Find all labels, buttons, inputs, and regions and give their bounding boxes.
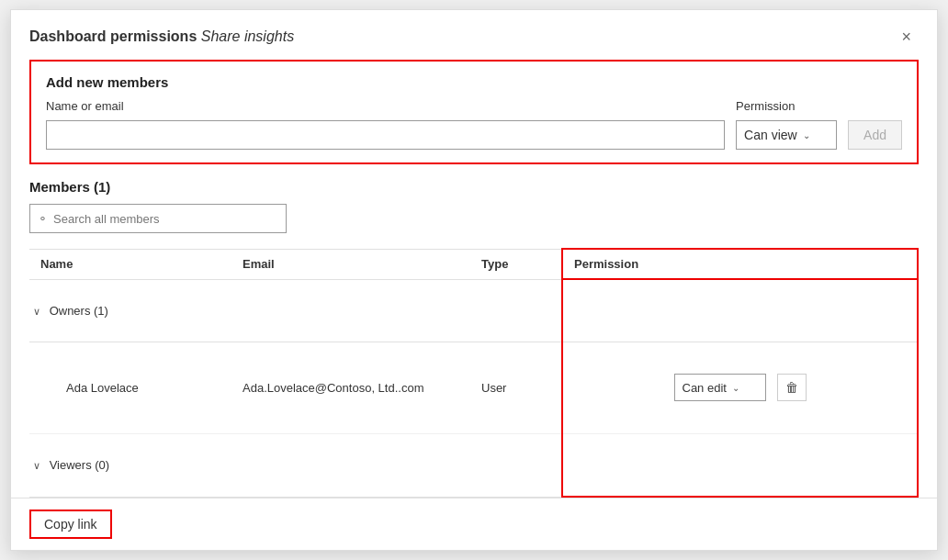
permission-field-group: Permission Can view ⌄ <box>736 99 837 150</box>
dialog-footer: Copy link <box>11 498 937 550</box>
delete-member-button[interactable]: 🗑 <box>777 374 807 401</box>
title-main: Dashboard permissions <box>29 28 197 44</box>
member-name: Ada Lovelace <box>29 342 231 433</box>
name-email-label: Name or email <box>46 99 725 113</box>
delete-icon: 🗑 <box>785 380 798 395</box>
dialog-body: Add new members Name or email Permission… <box>11 60 937 498</box>
name-email-input[interactable] <box>46 120 725 150</box>
viewers-permission-cell <box>562 434 918 497</box>
dialog-title: Dashboard permissions Share insights <box>29 28 294 45</box>
table-header-row: Name Email Type Permission <box>29 249 918 279</box>
search-input[interactable] <box>53 212 278 226</box>
permissions-dialog: Dashboard permissions Share insights × A… <box>10 9 938 551</box>
dialog-header: Dashboard permissions Share insights × <box>11 10 937 60</box>
add-members-section: Add new members Name or email Permission… <box>29 60 919 164</box>
table-row: Ada Lovelace Ada.Lovelace@Contoso, Ltd..… <box>29 342 918 433</box>
title-italic: Share insights <box>201 28 294 44</box>
member-permission-value: Can edit <box>683 381 727 395</box>
search-icon: ⚬ <box>38 212 48 226</box>
add-members-title: Add new members <box>46 74 902 90</box>
permission-label: Permission <box>736 99 837 113</box>
add-members-row: Name or email Permission Can view ⌄ Add <box>46 99 902 150</box>
chevron-down-icon: ⌄ <box>803 130 810 140</box>
col-type-header: Type <box>470 249 562 279</box>
member-permission-cell: Can edit ⌄ 🗑 <box>562 342 918 433</box>
owners-group-label: ∨ Owners (1) <box>29 279 562 342</box>
add-button[interactable]: Add <box>848 120 902 150</box>
permission-dropdown-value: Can view <box>744 128 797 142</box>
members-title: Members (1) <box>29 179 919 195</box>
col-name-header: Name <box>29 249 231 279</box>
viewers-group-label: ∨ Viewers (0) <box>29 434 562 497</box>
name-email-field-group: Name or email <box>46 99 725 150</box>
col-email-header: Email <box>231 249 470 279</box>
members-section: Members (1) ⚬ Name Email Type Permission <box>29 179 919 498</box>
owners-group-row: ∨ Owners (1) <box>29 279 918 342</box>
expand-icon[interactable]: ∨ <box>33 306 40 317</box>
permission-dropdown[interactable]: Can view ⌄ <box>736 120 837 150</box>
search-box: ⚬ <box>29 204 287 233</box>
copy-link-button[interactable]: Copy link <box>29 510 112 539</box>
close-icon: × <box>901 28 911 46</box>
member-permission-dropdown[interactable]: Can edit ⌄ <box>674 374 766 401</box>
close-button[interactable]: × <box>894 25 919 49</box>
owners-permission-cell <box>562 279 918 342</box>
chevron-down-icon: ⌄ <box>732 383 739 393</box>
col-permission-header: Permission <box>562 249 918 279</box>
members-table: Name Email Type Permission ∨ Owners (1) <box>29 248 919 498</box>
expand-icon[interactable]: ∨ <box>33 460 40 471</box>
member-email: Ada.Lovelace@Contoso, Ltd..com <box>231 342 470 433</box>
member-type: User <box>470 342 562 433</box>
viewers-group-row: ∨ Viewers (0) <box>29 434 918 497</box>
